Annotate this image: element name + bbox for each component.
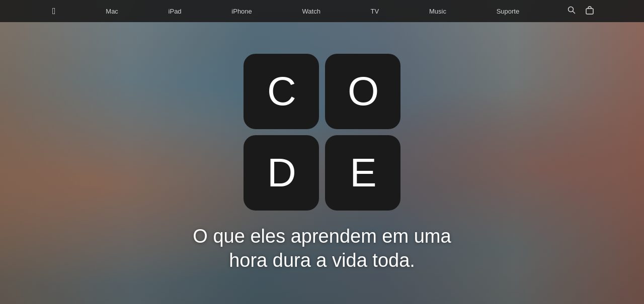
code-grid: C O D E bbox=[244, 54, 400, 211]
code-tile-o: O bbox=[325, 54, 400, 129]
nav-item-mac[interactable]: Mac bbox=[99, 8, 125, 15]
code-tile-d: D bbox=[244, 135, 319, 211]
nav-item-iphone[interactable]: iPhone bbox=[224, 8, 259, 15]
code-tile-c: C bbox=[244, 54, 319, 129]
svg-line-1 bbox=[573, 12, 575, 14]
nav-item-suporte[interactable]: Suporte bbox=[490, 8, 527, 15]
nav-item-ipad[interactable]: iPad bbox=[162, 8, 189, 15]
bag-icon[interactable] bbox=[581, 6, 599, 17]
nav-item-music[interactable]: Music bbox=[422, 8, 453, 15]
nav-item-tv[interactable]: TV bbox=[364, 8, 386, 15]
hero-subtitle: O que eles aprendem em uma hora dura a v… bbox=[183, 225, 461, 272]
nav-item-watch[interactable]: Watch bbox=[295, 8, 328, 15]
svg-rect-2 bbox=[586, 9, 593, 14]
nav-icons bbox=[562, 6, 599, 17]
search-icon[interactable] bbox=[562, 6, 581, 16]
apple-logo[interactable]:  bbox=[45, 6, 63, 17]
nav-inner:  Mac iPad iPhone Watch TV Music Suporte bbox=[45, 6, 599, 17]
code-tile-e: E bbox=[325, 135, 400, 211]
hero-section: C O D E O que eles aprendem em uma hora … bbox=[0, 0, 644, 304]
navigation-bar:  Mac iPad iPhone Watch TV Music Suporte bbox=[0, 0, 644, 22]
subtitle-line1: O que eles aprendem em uma bbox=[193, 226, 451, 247]
subtitle-line2: hora dura a vida toda. bbox=[229, 250, 415, 271]
